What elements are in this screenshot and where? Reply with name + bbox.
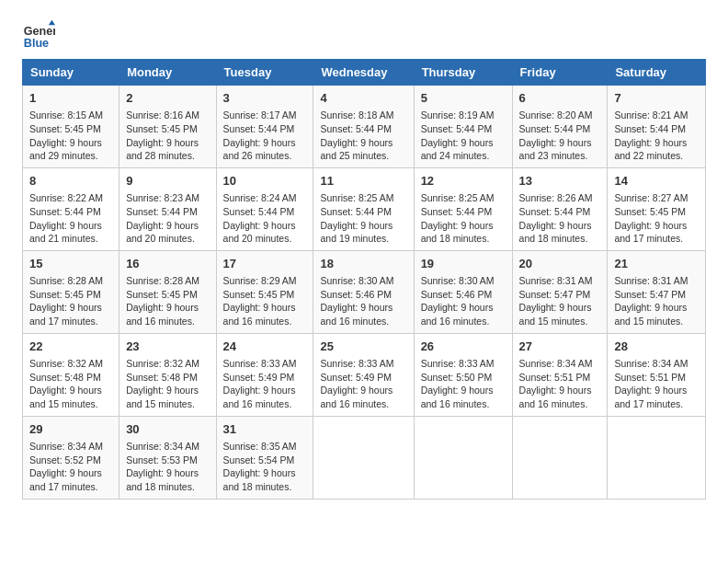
weekday-header-row: SundayMondayTuesdayWednesdayThursdayFrid… <box>23 60 706 86</box>
calendar-cell: 16Sunrise: 8:28 AMSunset: 5:45 PMDayligh… <box>119 250 216 333</box>
calendar-cell: 3Sunrise: 8:17 AMSunset: 5:44 PMDaylight… <box>216 86 313 168</box>
day-number: 25 <box>320 339 406 355</box>
day-info: Sunrise: 8:28 AMSunset: 5:45 PMDaylight:… <box>126 274 209 328</box>
calendar-table: SundayMondayTuesdayWednesdayThursdayFrid… <box>22 59 706 500</box>
calendar-cell: 23Sunrise: 8:32 AMSunset: 5:48 PMDayligh… <box>119 333 216 416</box>
day-info: Sunrise: 8:33 AMSunset: 5:50 PMDaylight:… <box>421 357 506 411</box>
day-number: 26 <box>421 339 506 355</box>
calendar-cell <box>414 416 512 499</box>
logo: General Blue <box>22 18 55 52</box>
day-info: Sunrise: 8:31 AMSunset: 5:47 PMDaylight:… <box>519 274 601 328</box>
day-info: Sunrise: 8:34 AMSunset: 5:52 PMDaylight:… <box>29 440 112 494</box>
day-number: 22 <box>29 339 112 355</box>
day-number: 2 <box>126 90 209 107</box>
calendar-week-row: 8Sunrise: 8:22 AMSunset: 5:44 PMDaylight… <box>23 167 706 250</box>
svg-marker-2 <box>49 20 55 25</box>
calendar-cell <box>313 416 414 499</box>
calendar-cell: 7Sunrise: 8:21 AMSunset: 5:44 PMDaylight… <box>608 86 706 168</box>
day-number: 21 <box>614 256 699 272</box>
calendar-cell: 18Sunrise: 8:30 AMSunset: 5:46 PMDayligh… <box>313 250 414 333</box>
day-info: Sunrise: 8:29 AMSunset: 5:45 PMDaylight:… <box>223 274 307 328</box>
day-number: 17 <box>223 256 307 272</box>
calendar-cell: 13Sunrise: 8:26 AMSunset: 5:44 PMDayligh… <box>512 167 608 250</box>
day-info: Sunrise: 8:16 AMSunset: 5:45 PMDaylight:… <box>126 109 209 163</box>
day-number: 13 <box>519 173 601 190</box>
weekday-header-tuesday: Tuesday <box>216 60 313 86</box>
day-info: Sunrise: 8:34 AMSunset: 5:51 PMDaylight:… <box>519 357 601 411</box>
day-number: 31 <box>223 421 307 438</box>
weekday-header-monday: Monday <box>119 60 216 86</box>
calendar-cell: 11Sunrise: 8:25 AMSunset: 5:44 PMDayligh… <box>313 167 414 250</box>
calendar-cell: 4Sunrise: 8:18 AMSunset: 5:44 PMDaylight… <box>313 86 414 168</box>
day-info: Sunrise: 8:35 AMSunset: 5:54 PMDaylight:… <box>223 440 307 494</box>
calendar-cell: 17Sunrise: 8:29 AMSunset: 5:45 PMDayligh… <box>216 250 313 333</box>
day-info: Sunrise: 8:18 AMSunset: 5:44 PMDaylight:… <box>320 109 406 163</box>
day-number: 10 <box>223 173 307 190</box>
calendar-cell: 15Sunrise: 8:28 AMSunset: 5:45 PMDayligh… <box>23 250 119 333</box>
day-info: Sunrise: 8:22 AMSunset: 5:44 PMDaylight:… <box>29 191 112 246</box>
day-number: 20 <box>519 256 601 272</box>
weekday-header-sunday: Sunday <box>23 60 119 86</box>
day-info: Sunrise: 8:26 AMSunset: 5:44 PMDaylight:… <box>519 191 601 246</box>
calendar-week-row: 29Sunrise: 8:34 AMSunset: 5:52 PMDayligh… <box>23 416 706 499</box>
day-number: 14 <box>614 173 699 190</box>
calendar-cell: 12Sunrise: 8:25 AMSunset: 5:44 PMDayligh… <box>414 167 512 250</box>
calendar-cell: 14Sunrise: 8:27 AMSunset: 5:45 PMDayligh… <box>608 167 706 250</box>
day-info: Sunrise: 8:17 AMSunset: 5:44 PMDaylight:… <box>223 109 307 163</box>
day-number: 4 <box>320 90 406 107</box>
calendar-header: SundayMondayTuesdayWednesdayThursdayFrid… <box>23 60 706 86</box>
calendar-cell: 5Sunrise: 8:19 AMSunset: 5:44 PMDaylight… <box>414 86 512 168</box>
day-info: Sunrise: 8:32 AMSunset: 5:48 PMDaylight:… <box>29 357 112 411</box>
day-number: 9 <box>126 173 209 190</box>
day-info: Sunrise: 8:33 AMSunset: 5:49 PMDaylight:… <box>223 357 307 411</box>
day-info: Sunrise: 8:30 AMSunset: 5:46 PMDaylight:… <box>421 274 506 328</box>
calendar-cell <box>608 416 706 499</box>
day-info: Sunrise: 8:20 AMSunset: 5:44 PMDaylight:… <box>519 109 601 163</box>
day-number: 23 <box>126 339 209 355</box>
header: General Blue <box>22 18 706 52</box>
day-number: 19 <box>421 256 506 272</box>
day-info: Sunrise: 8:32 AMSunset: 5:48 PMDaylight:… <box>126 357 209 411</box>
calendar-cell: 10Sunrise: 8:24 AMSunset: 5:44 PMDayligh… <box>216 167 313 250</box>
day-number: 15 <box>29 256 112 272</box>
day-number: 11 <box>320 173 406 190</box>
day-info: Sunrise: 8:21 AMSunset: 5:44 PMDaylight:… <box>614 109 699 163</box>
day-info: Sunrise: 8:15 AMSunset: 5:45 PMDaylight:… <box>29 109 112 163</box>
day-number: 5 <box>421 90 506 107</box>
calendar-cell: 9Sunrise: 8:23 AMSunset: 5:44 PMDaylight… <box>119 167 216 250</box>
day-info: Sunrise: 8:34 AMSunset: 5:51 PMDaylight:… <box>614 357 699 411</box>
day-number: 1 <box>29 90 112 107</box>
calendar-cell: 20Sunrise: 8:31 AMSunset: 5:47 PMDayligh… <box>512 250 608 333</box>
day-number: 7 <box>614 90 699 107</box>
calendar-cell <box>512 416 608 499</box>
calendar-cell: 1Sunrise: 8:15 AMSunset: 5:45 PMDaylight… <box>23 86 119 168</box>
day-number: 28 <box>614 339 699 355</box>
calendar-week-row: 1Sunrise: 8:15 AMSunset: 5:45 PMDaylight… <box>23 86 706 168</box>
weekday-header-thursday: Thursday <box>414 60 512 86</box>
day-info: Sunrise: 8:34 AMSunset: 5:53 PMDaylight:… <box>126 440 209 494</box>
day-number: 29 <box>29 421 112 438</box>
weekday-header-wednesday: Wednesday <box>313 60 414 86</box>
calendar-cell: 21Sunrise: 8:31 AMSunset: 5:47 PMDayligh… <box>608 250 706 333</box>
day-info: Sunrise: 8:28 AMSunset: 5:45 PMDaylight:… <box>29 274 112 328</box>
calendar-cell: 26Sunrise: 8:33 AMSunset: 5:50 PMDayligh… <box>414 333 512 416</box>
calendar-cell: 19Sunrise: 8:30 AMSunset: 5:46 PMDayligh… <box>414 250 512 333</box>
day-info: Sunrise: 8:24 AMSunset: 5:44 PMDaylight:… <box>223 191 307 246</box>
weekday-header-saturday: Saturday <box>608 60 706 86</box>
calendar-cell: 24Sunrise: 8:33 AMSunset: 5:49 PMDayligh… <box>216 333 313 416</box>
calendar-cell: 8Sunrise: 8:22 AMSunset: 5:44 PMDaylight… <box>23 167 119 250</box>
calendar-week-row: 15Sunrise: 8:28 AMSunset: 5:45 PMDayligh… <box>23 250 706 333</box>
day-number: 18 <box>320 256 406 272</box>
day-number: 30 <box>126 421 209 438</box>
day-info: Sunrise: 8:30 AMSunset: 5:46 PMDaylight:… <box>320 274 406 328</box>
calendar-week-row: 22Sunrise: 8:32 AMSunset: 5:48 PMDayligh… <box>23 333 706 416</box>
calendar-cell: 6Sunrise: 8:20 AMSunset: 5:44 PMDaylight… <box>512 86 608 168</box>
day-number: 8 <box>29 173 112 190</box>
day-info: Sunrise: 8:25 AMSunset: 5:44 PMDaylight:… <box>421 191 506 246</box>
day-info: Sunrise: 8:27 AMSunset: 5:45 PMDaylight:… <box>614 191 699 246</box>
calendar-cell: 22Sunrise: 8:32 AMSunset: 5:48 PMDayligh… <box>23 333 119 416</box>
weekday-header-friday: Friday <box>512 60 608 86</box>
day-number: 16 <box>126 256 209 272</box>
day-info: Sunrise: 8:19 AMSunset: 5:44 PMDaylight:… <box>421 109 506 163</box>
calendar-cell: 2Sunrise: 8:16 AMSunset: 5:45 PMDaylight… <box>119 86 216 168</box>
